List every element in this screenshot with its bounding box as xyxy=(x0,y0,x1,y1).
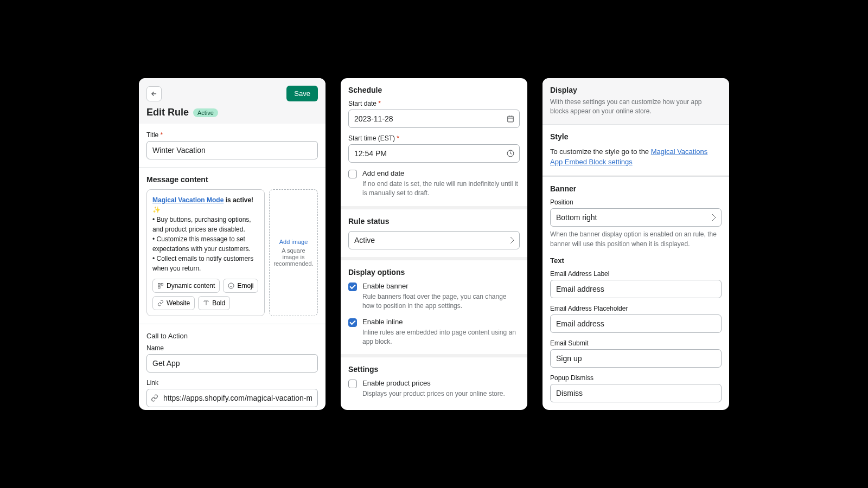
settings-section: Settings Enable product prices Displays … xyxy=(341,357,527,406)
banner-heading: Banner xyxy=(550,184,722,193)
display-help: With these settings you can customize ho… xyxy=(550,98,722,117)
email-label-label: Email Address Label xyxy=(550,270,722,278)
svg-point-3 xyxy=(228,283,234,288)
display-options-heading: Display options xyxy=(348,268,520,277)
emoji-icon xyxy=(228,282,234,289)
add-image-label: Add image xyxy=(279,239,308,245)
message-editor[interactable]: Magical Vacation Mode is active! ✨ • Buy… xyxy=(146,189,265,316)
email-placeholder-label: Email Address Placeholder xyxy=(550,305,722,312)
popup-dismiss-input[interactable] xyxy=(550,384,722,402)
title-label: Title xyxy=(146,131,318,139)
status-badge: Active xyxy=(193,108,218,117)
link-icon xyxy=(151,394,158,402)
enable-product-prices-checkbox[interactable] xyxy=(348,380,357,388)
link-icon xyxy=(157,300,164,306)
back-button[interactable] xyxy=(146,86,162,101)
email-submit-input[interactable] xyxy=(550,349,722,368)
add-end-date-help: If no end date is set, the rule will run… xyxy=(362,179,520,198)
edit-rule-panel: Save Edit Rule Active Title Message cont… xyxy=(139,78,326,410)
start-time-label: Start time (EST) xyxy=(348,134,520,142)
start-date-label: Start date xyxy=(348,100,520,107)
text-section: Text Email Address Label Email Address P… xyxy=(542,256,729,410)
message-content-section: Message content Magical Vacation Mode is… xyxy=(139,167,326,324)
display-options-section: Display options Enable banner Rule banne… xyxy=(341,260,527,355)
position-help: When the banner display option is enable… xyxy=(550,230,722,249)
style-heading: Style xyxy=(550,132,722,141)
enable-product-prices-label: Enable product prices xyxy=(362,379,505,387)
cta-link-input[interactable] xyxy=(146,389,318,407)
rule-status-heading: Rule status xyxy=(348,217,520,226)
enable-product-prices-help: Displays your product prices on your onl… xyxy=(362,389,505,399)
dynamic-content-button[interactable]: Dynamic content xyxy=(152,279,220,293)
message-link: Magical Vacation Mode xyxy=(152,196,224,204)
svg-rect-7 xyxy=(508,116,514,122)
schedule-panel: Schedule Start date Start time (EST) xyxy=(341,78,527,410)
email-placeholder-input[interactable] xyxy=(550,314,722,333)
start-time-input[interactable] xyxy=(348,144,520,163)
enable-inline-label: Enable inline xyxy=(362,318,520,326)
message-content-heading: Message content xyxy=(146,175,318,184)
enable-banner-help: Rule banners float over the page, you ca… xyxy=(362,292,520,311)
svg-rect-2 xyxy=(158,286,161,288)
title-section: Title xyxy=(139,124,326,167)
cta-heading: Call to Action xyxy=(146,332,318,340)
emoji-button[interactable]: Emoji xyxy=(223,279,258,293)
cta-link-label: Link xyxy=(146,379,318,387)
schedule-heading: Schedule xyxy=(348,86,520,94)
cta-name-label: Name xyxy=(146,344,318,352)
calendar-icon xyxy=(507,115,514,123)
website-button[interactable]: Website xyxy=(152,296,195,310)
start-date-input[interactable] xyxy=(348,110,520,128)
enable-inline-help: Inline rules are embedded into page cont… xyxy=(362,328,520,347)
email-submit-label: Email Submit xyxy=(550,339,722,347)
position-select[interactable]: Bottom right xyxy=(550,208,722,227)
style-text: To customize the style go to the xyxy=(550,147,651,156)
panel-header: Save Edit Rule Active xyxy=(139,78,326,124)
svg-rect-1 xyxy=(161,284,163,286)
style-section: Style To customize the style go to the M… xyxy=(542,124,729,175)
add-end-date-label: Add end date xyxy=(362,169,520,177)
cta-section: Call to Action Name Link xyxy=(139,324,326,410)
enable-inline-checkbox[interactable] xyxy=(348,318,357,327)
settings-heading: Settings xyxy=(348,365,520,374)
type-icon xyxy=(203,300,209,306)
arrow-left-icon xyxy=(150,90,158,98)
enable-banner-checkbox[interactable] xyxy=(348,282,357,291)
clock-icon xyxy=(507,150,514,157)
display-panel: Display With these settings you can cust… xyxy=(542,78,729,410)
email-label-input[interactable] xyxy=(550,280,722,298)
enable-banner-label: Enable banner xyxy=(362,282,520,290)
add-end-date-checkbox[interactable] xyxy=(348,170,357,178)
add-image-dropzone[interactable]: Add image A square image is recommended. xyxy=(269,189,318,316)
title-input[interactable] xyxy=(146,141,318,159)
add-image-help: A square image is recommended. xyxy=(273,247,314,267)
dynamic-icon xyxy=(157,282,164,289)
svg-rect-0 xyxy=(158,284,161,286)
banner-section: Banner Position Bottom right When the ba… xyxy=(542,176,729,256)
page-title: Edit Rule xyxy=(146,107,189,118)
cta-name-input[interactable] xyxy=(146,354,318,373)
save-button[interactable]: Save xyxy=(286,86,318,101)
position-label: Position xyxy=(550,198,722,206)
rule-status-section: Rule status Active xyxy=(341,209,527,257)
popup-dismiss-label: Popup Dismiss xyxy=(550,374,722,382)
schedule-section: Schedule Start date Start time (EST) xyxy=(341,78,527,206)
rule-status-select[interactable]: Active xyxy=(348,231,520,249)
text-heading: Text xyxy=(550,256,722,265)
display-header-section: Display With these settings you can cust… xyxy=(542,78,729,124)
bold-button[interactable]: Bold xyxy=(198,296,230,310)
display-heading: Display xyxy=(550,86,722,94)
